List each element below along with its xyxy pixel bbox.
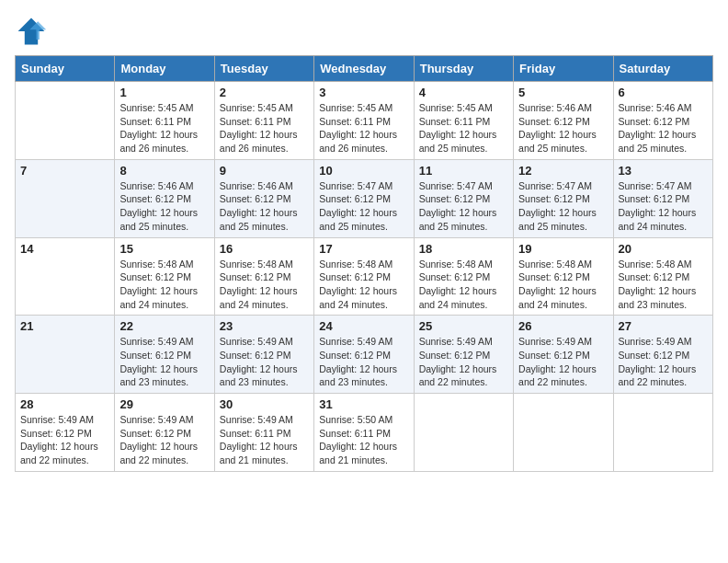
calendar-week-row: 2122Sunrise: 5:49 AMSunset: 6:12 PMDayli…	[16, 316, 713, 394]
calendar-cell	[514, 394, 613, 472]
column-header-friday: Friday	[514, 56, 613, 82]
day-info: Sunrise: 5:49 AMSunset: 6:12 PMDaylight:…	[619, 335, 708, 389]
logo	[15, 15, 51, 48]
day-number: 2	[220, 86, 309, 99]
calendar-cell: 22Sunrise: 5:49 AMSunset: 6:12 PMDayligh…	[115, 316, 214, 394]
day-number: 27	[619, 319, 708, 333]
day-number: 10	[319, 164, 408, 178]
day-info: Sunrise: 5:50 AMSunset: 6:11 PMDaylight:…	[319, 413, 408, 467]
day-number: 11	[419, 164, 508, 178]
day-number: 28	[20, 397, 109, 411]
calendar-cell	[613, 394, 712, 472]
calendar-table: SundayMondayTuesdayWednesdayThursdayFrid…	[15, 55, 713, 472]
day-info: Sunrise: 5:45 AMSunset: 6:11 PMDaylight:…	[419, 101, 508, 155]
column-header-tuesday: Tuesday	[214, 56, 313, 82]
day-info: Sunrise: 5:45 AMSunset: 6:11 PMDaylight:…	[220, 101, 309, 155]
calendar-week-row: 1415Sunrise: 5:48 AMSunset: 6:12 PMDayli…	[16, 237, 713, 316]
calendar-cell: 15Sunrise: 5:48 AMSunset: 6:12 PMDayligh…	[115, 237, 214, 316]
calendar-cell: 28Sunrise: 5:49 AMSunset: 6:12 PMDayligh…	[16, 394, 115, 472]
day-number: 18	[419, 242, 508, 256]
day-number: 12	[518, 164, 608, 178]
logo-icon	[15, 15, 48, 48]
calendar-cell: 25Sunrise: 5:49 AMSunset: 6:12 PMDayligh…	[414, 316, 513, 394]
day-number: 7	[20, 164, 109, 178]
day-number: 25	[419, 319, 508, 333]
column-header-wednesday: Wednesday	[314, 56, 414, 82]
day-info: Sunrise: 5:48 AMSunset: 6:12 PMDaylight:…	[419, 258, 508, 312]
calendar-cell: 29Sunrise: 5:49 AMSunset: 6:12 PMDayligh…	[115, 394, 214, 472]
day-info: Sunrise: 5:46 AMSunset: 6:12 PMDaylight:…	[619, 101, 708, 155]
column-header-saturday: Saturday	[613, 56, 712, 82]
calendar-cell: 18Sunrise: 5:48 AMSunset: 6:12 PMDayligh…	[414, 237, 513, 316]
day-number: 14	[20, 242, 109, 256]
day-info: Sunrise: 5:47 AMSunset: 6:12 PMDaylight:…	[518, 179, 608, 234]
day-info: Sunrise: 5:46 AMSunset: 6:12 PMDaylight:…	[518, 101, 608, 155]
column-header-thursday: Thursday	[414, 56, 513, 82]
day-number: 30	[220, 397, 309, 411]
calendar-header-row: SundayMondayTuesdayWednesdayThursdayFrid…	[16, 56, 713, 82]
calendar-cell: 19Sunrise: 5:48 AMSunset: 6:12 PMDayligh…	[514, 237, 613, 316]
day-info: Sunrise: 5:48 AMSunset: 6:12 PMDaylight:…	[619, 258, 708, 312]
day-info: Sunrise: 5:49 AMSunset: 6:12 PMDaylight:…	[119, 335, 209, 389]
calendar-cell: 7	[16, 159, 115, 237]
calendar-cell: 14	[16, 237, 115, 316]
calendar-cell: 17Sunrise: 5:48 AMSunset: 6:12 PMDayligh…	[314, 237, 414, 316]
day-number: 20	[619, 242, 708, 256]
day-number: 8	[119, 164, 209, 178]
calendar-cell: 27Sunrise: 5:49 AMSunset: 6:12 PMDayligh…	[613, 316, 712, 394]
day-info: Sunrise: 5:49 AMSunset: 6:11 PMDaylight:…	[220, 413, 309, 467]
day-number: 6	[619, 86, 708, 99]
column-header-sunday: Sunday	[16, 56, 115, 82]
day-info: Sunrise: 5:48 AMSunset: 6:12 PMDaylight:…	[119, 258, 209, 312]
calendar-cell: 11Sunrise: 5:47 AMSunset: 6:12 PMDayligh…	[414, 159, 513, 237]
calendar-week-row: 1Sunrise: 5:45 AMSunset: 6:11 PMDaylight…	[16, 82, 713, 160]
column-header-monday: Monday	[115, 56, 214, 82]
day-info: Sunrise: 5:49 AMSunset: 6:12 PMDaylight:…	[20, 413, 109, 467]
calendar-cell: 5Sunrise: 5:46 AMSunset: 6:12 PMDaylight…	[514, 82, 613, 160]
day-number: 17	[319, 242, 408, 256]
calendar-week-row: 78Sunrise: 5:46 AMSunset: 6:12 PMDayligh…	[16, 159, 713, 237]
day-info: Sunrise: 5:47 AMSunset: 6:12 PMDaylight:…	[619, 179, 708, 234]
calendar-cell	[16, 82, 115, 160]
day-info: Sunrise: 5:48 AMSunset: 6:12 PMDaylight:…	[518, 258, 608, 312]
day-number: 19	[518, 242, 608, 256]
day-info: Sunrise: 5:47 AMSunset: 6:12 PMDaylight:…	[319, 179, 408, 234]
calendar-cell: 26Sunrise: 5:49 AMSunset: 6:12 PMDayligh…	[514, 316, 613, 394]
calendar-cell: 23Sunrise: 5:49 AMSunset: 6:12 PMDayligh…	[214, 316, 313, 394]
day-info: Sunrise: 5:49 AMSunset: 6:12 PMDaylight:…	[119, 413, 209, 467]
day-info: Sunrise: 5:49 AMSunset: 6:12 PMDaylight:…	[419, 335, 508, 389]
calendar-cell: 30Sunrise: 5:49 AMSunset: 6:11 PMDayligh…	[214, 394, 313, 472]
day-number: 16	[220, 242, 309, 256]
day-number: 3	[319, 86, 408, 99]
calendar-cell: 20Sunrise: 5:48 AMSunset: 6:12 PMDayligh…	[613, 237, 712, 316]
day-number: 29	[119, 397, 209, 411]
day-number: 4	[419, 86, 508, 99]
calendar-cell	[414, 394, 513, 472]
day-number: 24	[319, 319, 408, 333]
calendar-cell: 31Sunrise: 5:50 AMSunset: 6:11 PMDayligh…	[314, 394, 414, 472]
day-info: Sunrise: 5:48 AMSunset: 6:12 PMDaylight:…	[220, 258, 309, 312]
day-info: Sunrise: 5:45 AMSunset: 6:11 PMDaylight:…	[119, 101, 209, 155]
day-info: Sunrise: 5:46 AMSunset: 6:12 PMDaylight:…	[220, 179, 309, 234]
day-info: Sunrise: 5:49 AMSunset: 6:12 PMDaylight:…	[518, 335, 608, 389]
calendar-cell: 16Sunrise: 5:48 AMSunset: 6:12 PMDayligh…	[214, 237, 313, 316]
calendar-cell: 4Sunrise: 5:45 AMSunset: 6:11 PMDaylight…	[414, 82, 513, 160]
day-number: 21	[20, 319, 109, 333]
day-info: Sunrise: 5:45 AMSunset: 6:11 PMDaylight:…	[319, 101, 408, 155]
page-header	[15, 15, 713, 48]
day-info: Sunrise: 5:47 AMSunset: 6:12 PMDaylight:…	[419, 179, 508, 234]
day-number: 31	[319, 397, 408, 411]
day-number: 5	[518, 86, 608, 99]
calendar-cell: 2Sunrise: 5:45 AMSunset: 6:11 PMDaylight…	[214, 82, 313, 160]
calendar-cell: 10Sunrise: 5:47 AMSunset: 6:12 PMDayligh…	[314, 159, 414, 237]
day-number: 22	[119, 319, 209, 333]
day-number: 1	[119, 86, 209, 99]
calendar-cell: 6Sunrise: 5:46 AMSunset: 6:12 PMDaylight…	[613, 82, 712, 160]
day-info: Sunrise: 5:46 AMSunset: 6:12 PMDaylight:…	[119, 179, 209, 234]
calendar-cell: 12Sunrise: 5:47 AMSunset: 6:12 PMDayligh…	[514, 159, 613, 237]
calendar-cell: 1Sunrise: 5:45 AMSunset: 6:11 PMDaylight…	[115, 82, 214, 160]
day-number: 13	[619, 164, 708, 178]
day-number: 9	[220, 164, 309, 178]
day-info: Sunrise: 5:49 AMSunset: 6:12 PMDaylight:…	[220, 335, 309, 389]
calendar-cell: 21	[16, 316, 115, 394]
